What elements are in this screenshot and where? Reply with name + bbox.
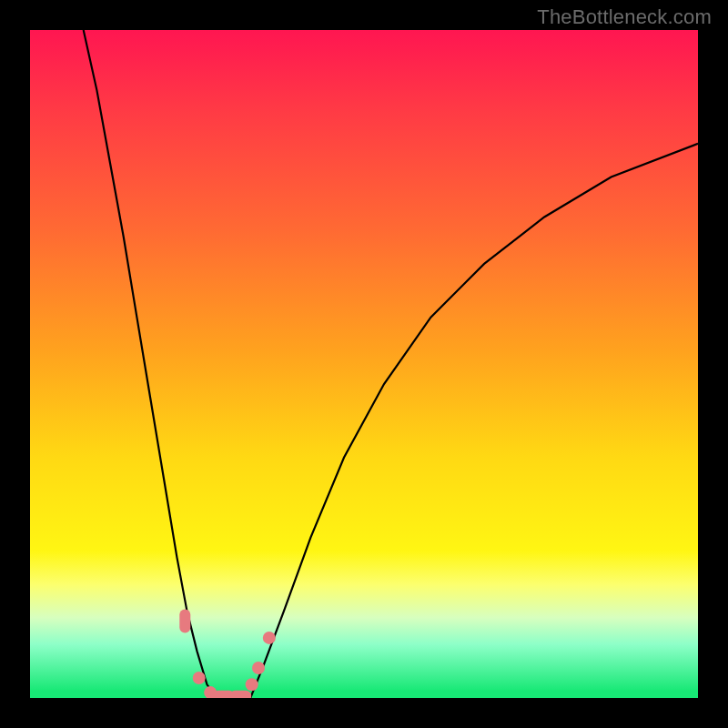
watermark-text: TheBottleneck.com xyxy=(537,5,712,29)
chart-marker xyxy=(229,691,251,698)
chart-marker xyxy=(193,672,206,684)
curve-left-branch xyxy=(84,30,217,698)
marker-group xyxy=(179,610,275,698)
chart-frame: TheBottleneck.com xyxy=(0,0,728,728)
chart-marker xyxy=(246,678,258,691)
curve-layer xyxy=(30,30,698,698)
curve-right-branch xyxy=(250,144,698,698)
chart-marker xyxy=(263,632,276,644)
chart-marker xyxy=(179,610,190,633)
chart-marker xyxy=(252,662,265,674)
plot-area xyxy=(30,30,698,698)
